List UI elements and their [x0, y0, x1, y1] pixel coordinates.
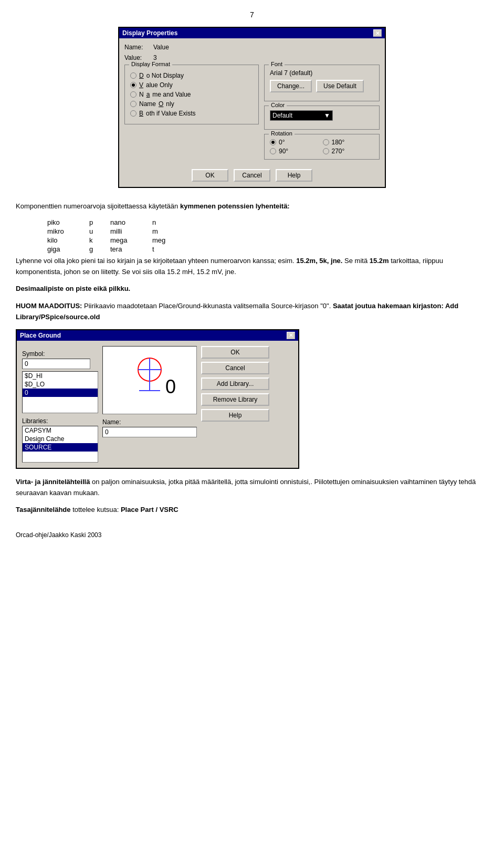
radio-label-2b: alue Only	[146, 81, 173, 89]
table-tera: tera	[110, 245, 152, 253]
radio-label-3: N	[139, 91, 144, 98]
para1-example: 15.2m, 5k, jne.	[296, 257, 342, 265]
dropdown-arrow-icon: ▼	[324, 112, 330, 119]
name-value: Value	[153, 44, 169, 51]
radio-label-4b: nly	[166, 100, 174, 108]
radio-value-only[interactable]: Value Only	[130, 81, 253, 89]
footer-text: Orcad-ohje/Jaakko Kaski 2003	[16, 531, 101, 539]
remove-library-button[interactable]: Remove Library	[201, 393, 269, 406]
place-ground-close-button[interactable]: ✕	[287, 332, 295, 339]
symbol-item-0[interactable]: 0	[23, 389, 98, 397]
table-nano: nano	[110, 218, 152, 226]
close-button[interactable]: ✕	[373, 29, 382, 37]
huom-body: Piirikaavio maadotetaan Place/Ground-ikk…	[84, 302, 333, 310]
symbol-preview: 0	[102, 346, 197, 414]
place-ground-title: Place Ground	[20, 332, 61, 339]
intro-bold: kymmenen potenssien lyhenteitä:	[180, 202, 290, 210]
symbol-item-dlo[interactable]: $D_LO	[23, 380, 98, 389]
radio-both-if-value-exists[interactable]: Both if Value Exists	[130, 110, 253, 117]
radio-label-1: D	[139, 72, 144, 79]
rotation-270[interactable]: 270°	[323, 148, 374, 155]
table-p: p	[89, 218, 110, 226]
rotation-group: Rotation 0° 180° 90°	[264, 134, 380, 160]
table-k: k	[89, 236, 110, 244]
virta-bold: Virta- ja jännitelähteillä	[16, 478, 90, 486]
dialog-titlebar: Display Properties ✕	[119, 28, 385, 38]
rotation-0[interactable]: 0°	[270, 139, 321, 146]
place-ground-dialog: Place Ground ✕ Symbol: $D_HI $D_LO 0 Lib…	[16, 329, 299, 469]
para1-text: Lyhenne voi olla joko pieni tai iso kirj…	[16, 257, 296, 265]
radio-label-3b: me and Value	[152, 91, 191, 98]
color-value: Default	[272, 112, 292, 119]
intro-text: Komponenttien numeroarvoja sijoitettaess…	[16, 202, 178, 210]
table-milli: milli	[110, 227, 152, 235]
symbol-listbox[interactable]: $D_HI $D_LO 0	[22, 371, 98, 413]
place-ground-titlebar: Place Ground ✕	[17, 330, 298, 341]
table-mega: mega	[110, 236, 152, 244]
para1: Lyhenne voi olla joko pieni tai iso kirj…	[16, 256, 488, 278]
radio-dot-3	[130, 91, 136, 98]
radio-do-not-display[interactable]: Do Not Display	[130, 72, 253, 79]
add-library-button[interactable]: Add Library...	[201, 377, 269, 390]
huom-label: HUOM MAADOITUS:	[16, 302, 82, 310]
radio-label-2: V	[139, 81, 143, 89]
use-default-button[interactable]: Use Default	[316, 80, 364, 92]
footer: Orcad-ohje/Jaakko Kaski 2003	[16, 531, 488, 539]
tasaj-text: Tasajännitelähde tottelee kutsua: Place …	[16, 505, 488, 516]
font-group: Font Arial 7 (default) Change... Use Def…	[264, 65, 380, 101]
radio-dot-4	[130, 101, 136, 107]
para2-bold: 15.2m	[370, 257, 389, 265]
ground-symbol-svg: 0	[118, 349, 181, 412]
rotation-dot-0	[270, 139, 276, 145]
body-intro: Komponenttien numeroarvoja sijoitettaess…	[16, 201, 488, 212]
change-button[interactable]: Change...	[270, 80, 312, 92]
display-properties-dialog: Display Properties ✕ Name: Value Value: …	[118, 27, 386, 188]
pg-ok-button[interactable]: OK	[201, 346, 269, 359]
radio-name-and-value[interactable]: Name and Value	[130, 91, 253, 98]
symbol-label: Symbol:	[22, 350, 98, 358]
libraries-label: Libraries:	[22, 417, 98, 425]
symbol-input[interactable]	[22, 359, 90, 369]
para3-bold: Desimaalipiste on piste eikä pilkku.	[16, 285, 130, 292]
ok-button[interactable]: OK	[192, 169, 228, 182]
name-label-pg: Name:	[102, 418, 197, 426]
table-meg: meg	[152, 236, 184, 244]
table-m: m	[152, 227, 184, 235]
display-format-title: Display Format	[129, 61, 172, 67]
help-button[interactable]: Help	[276, 169, 312, 182]
rotation-90[interactable]: 90°	[270, 148, 321, 155]
virta-text: Virta- ja jännitelähteillä on paljon omi…	[16, 477, 488, 499]
font-group-title: Font	[269, 61, 285, 67]
pg-help-button[interactable]: Help	[201, 409, 269, 422]
lib-item-capsym[interactable]: CAPSYM	[23, 426, 98, 435]
libraries-listbox[interactable]: CAPSYM Design Cache SOURCE	[22, 426, 98, 463]
radio-label-5b: oth if Value Exists	[146, 110, 196, 117]
rotation-group-title: Rotation	[269, 130, 295, 137]
lib-item-source[interactable]: SOURCE	[23, 443, 98, 452]
table-kilo: kilo	[47, 236, 89, 244]
cancel-button[interactable]: Cancel	[234, 169, 270, 182]
name-row: Name: Value	[124, 44, 380, 51]
name-label: Name:	[124, 44, 153, 51]
table-piko: piko	[47, 218, 89, 226]
tasaj-bold-value: Place Part / VSRC	[121, 506, 178, 513]
display-format-group: Display Format Do Not Display Value Only	[124, 65, 259, 124]
tasaj-bold-label: Tasajännitelähde	[16, 506, 71, 513]
symbol-item-dhi[interactable]: $D_HI	[23, 372, 98, 380]
lib-item-design-cache[interactable]: Design Cache	[23, 435, 98, 443]
radio-name-only[interactable]: Name Only	[130, 100, 253, 108]
pg-cancel-button[interactable]: Cancel	[201, 362, 269, 374]
table-giga: giga	[47, 245, 89, 253]
rotation-label-90: 90°	[279, 148, 288, 155]
page-number: 7	[16, 11, 488, 19]
rotation-label-0: 0°	[279, 139, 285, 146]
color-group-title: Color	[269, 102, 287, 108]
name-input-pg[interactable]	[102, 427, 197, 437]
rotation-label-180: 180°	[332, 139, 345, 146]
table-n: n	[152, 218, 184, 226]
rotation-180[interactable]: 180°	[323, 139, 374, 146]
table-u: u	[89, 227, 110, 235]
dialog-title: Display Properties	[122, 29, 177, 37]
tasaj-body: tottelee kutsua:	[72, 506, 121, 513]
color-dropdown[interactable]: Default ▼	[270, 110, 333, 121]
